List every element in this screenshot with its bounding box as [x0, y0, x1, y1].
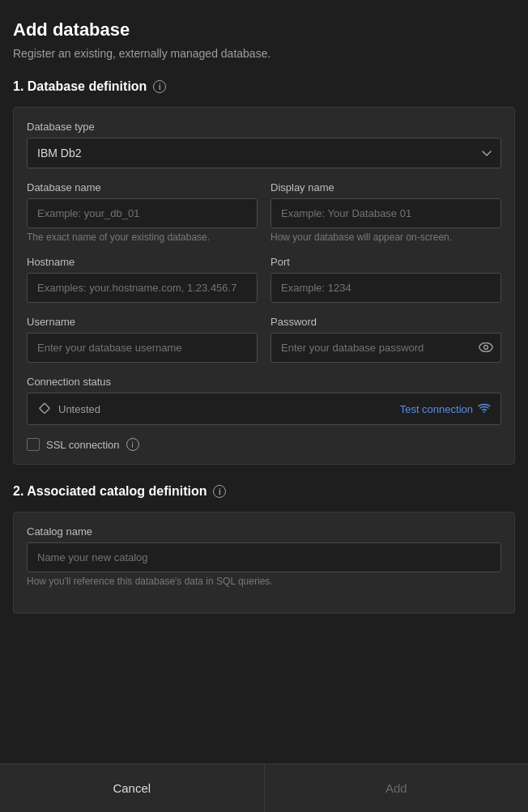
username-input[interactable] — [27, 333, 258, 363]
catalog-definition-section: Catalog name How you'll reference this d… — [13, 512, 515, 614]
database-definition-section: Database type IBM Db2 PostgreSQL MySQL O… — [13, 107, 515, 465]
catalog-name-input[interactable] — [27, 542, 501, 572]
footer-buttons: Cancel Add — [0, 763, 528, 812]
host-port-row: Hostname Port — [27, 256, 501, 316]
test-connection-button[interactable]: Test connection — [400, 402, 491, 415]
database-name-input[interactable] — [27, 198, 258, 228]
username-group: Username — [27, 316, 258, 363]
display-name-hint: How your database will appear on-screen. — [270, 232, 501, 243]
display-name-col: Display name How your database will appe… — [270, 181, 501, 256]
password-col: Password — [270, 316, 501, 376]
database-name-label: Database name — [27, 181, 258, 193]
database-name-hint: The exact name of your existing database… — [27, 232, 258, 243]
ssl-info-icon[interactable]: i — [126, 438, 139, 451]
page-subtitle: Register an existing, externally managed… — [13, 47, 515, 60]
database-type-select-wrapper: IBM Db2 PostgreSQL MySQL Oracle SQL Serv… — [27, 138, 501, 168]
port-input[interactable] — [270, 273, 501, 303]
hostname-label: Hostname — [27, 256, 258, 268]
svg-point-0 — [479, 342, 492, 351]
username-col: Username — [27, 316, 258, 376]
connection-status-group: Connection status Untested Test connecti… — [27, 376, 501, 425]
catalog-name-hint: How you'll reference this database's dat… — [27, 576, 501, 587]
ssl-label: SSL connection — [46, 439, 120, 451]
main-content: Add database Register an existing, exter… — [0, 0, 528, 763]
page-container: Add database Register an existing, exter… — [0, 0, 528, 812]
svg-rect-2 — [40, 403, 50, 414]
status-text: Untested — [58, 403, 100, 415]
display-name-label: Display name — [270, 181, 501, 193]
section1-header: 1. Database definition i — [13, 79, 515, 94]
hostname-col: Hostname — [27, 256, 258, 316]
section1-info-icon[interactable]: i — [153, 80, 166, 93]
page-title: Add database — [13, 19, 515, 40]
hostname-input[interactable] — [27, 273, 258, 303]
port-group: Port — [270, 256, 501, 303]
hostname-group: Hostname — [27, 256, 258, 303]
catalog-name-group: Catalog name How you'll reference this d… — [27, 525, 501, 587]
database-name-group: Database name The exact name of your exi… — [27, 181, 258, 243]
section2-info-icon[interactable]: i — [213, 485, 226, 498]
add-button[interactable]: Add — [265, 764, 529, 812]
port-label: Port — [270, 256, 501, 268]
password-input-wrapper — [270, 333, 501, 363]
name-row: Database name The exact name of your exi… — [27, 181, 501, 256]
display-name-group: Display name How your database will appe… — [270, 181, 501, 243]
connection-status-label: Connection status — [27, 376, 501, 388]
test-connection-label: Test connection — [400, 403, 473, 415]
password-input[interactable] — [270, 333, 501, 363]
untested-diamond-icon — [37, 402, 52, 416]
database-type-select[interactable]: IBM Db2 PostgreSQL MySQL Oracle SQL Serv… — [27, 138, 501, 168]
ssl-checkbox[interactable] — [27, 438, 40, 451]
connection-status-box: Untested Test connection — [27, 393, 501, 425]
section2-label: 2. Associated catalog definition — [13, 484, 207, 499]
database-type-group: Database type IBM Db2 PostgreSQL MySQL O… — [27, 121, 501, 168]
section2-header: 2. Associated catalog definition i — [13, 484, 515, 499]
cancel-button[interactable]: Cancel — [0, 764, 265, 812]
wifi-icon — [478, 402, 491, 415]
port-col: Port — [270, 256, 501, 316]
credentials-row: Username Password — [27, 316, 501, 376]
section1-label: 1. Database definition — [13, 79, 147, 94]
password-group: Password — [270, 316, 501, 363]
display-name-input[interactable] — [270, 198, 501, 228]
toggle-password-icon[interactable] — [479, 342, 493, 355]
status-left: Untested — [37, 402, 100, 416]
svg-point-1 — [484, 345, 488, 349]
svg-point-3 — [483, 411, 485, 413]
database-name-col: Database name The exact name of your exi… — [27, 181, 258, 256]
catalog-name-label: Catalog name — [27, 525, 501, 538]
ssl-row: SSL connection i — [27, 438, 501, 451]
username-label: Username — [27, 316, 258, 328]
database-type-label: Database type — [27, 121, 501, 133]
password-label: Password — [270, 316, 501, 328]
